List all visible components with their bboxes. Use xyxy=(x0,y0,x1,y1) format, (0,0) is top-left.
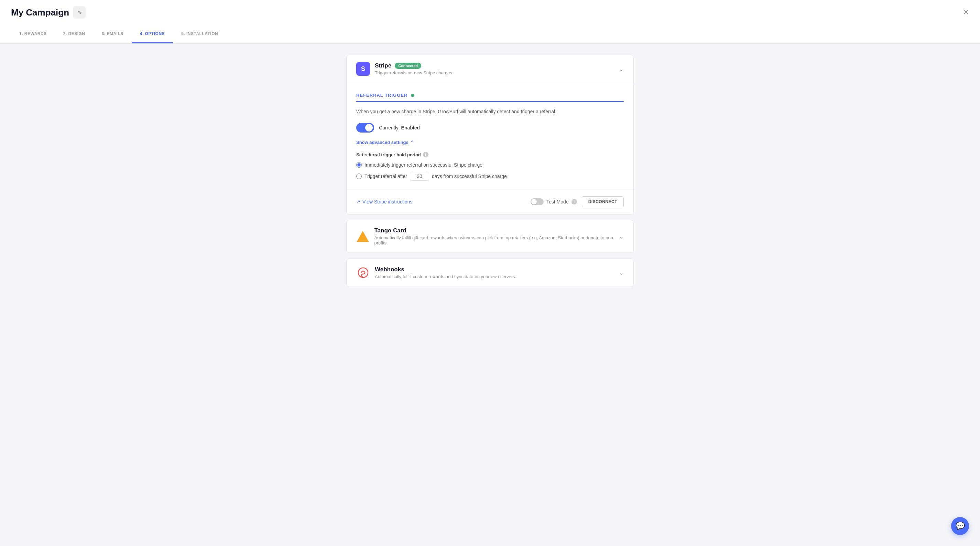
stripe-card-header: S Stripe Connected Trigger referrals on … xyxy=(347,55,633,83)
referral-description: When you get a new charge in Stripe, Gro… xyxy=(356,108,624,115)
tab-installation[interactable]: 5. INSTALLATION xyxy=(173,25,226,43)
toggle-slider xyxy=(356,123,374,133)
referral-trigger-section: REFERRAL TRIGGER When you get a new char… xyxy=(347,83,633,181)
trigger-after-option[interactable]: Trigger referral after days from success… xyxy=(356,172,624,181)
edit-title-button[interactable]: ✎ xyxy=(73,6,86,19)
tango-title: Tango Card xyxy=(374,227,619,234)
tab-design[interactable]: 2. DESIGN xyxy=(55,25,94,43)
chevron-up-icon: ⌄ xyxy=(619,65,624,72)
test-mode-toggle[interactable] xyxy=(531,198,544,205)
external-link-icon: ↗ xyxy=(356,199,360,204)
main-content: S Stripe Connected Trigger referrals on … xyxy=(335,44,645,303)
chevron-down-icon-2: ⌄ xyxy=(619,269,624,276)
tango-card-header-left: Tango Card Automatically fulfill gift ca… xyxy=(356,227,619,246)
tab-emails[interactable]: 3. EMAILS xyxy=(94,25,132,43)
immediately-radio[interactable] xyxy=(356,162,362,168)
header-left: My Campaign ✎ xyxy=(11,6,86,19)
footer-right: Test Mode i DISCONNECT xyxy=(531,196,624,207)
days-input[interactable] xyxy=(410,172,429,181)
chevron-down-icon: ⌄ xyxy=(619,233,624,240)
view-stripe-instructions-button[interactable]: ↗ View Stripe instructions xyxy=(356,199,412,204)
stripe-card-footer: ↗ View Stripe instructions Test Mode i D… xyxy=(347,189,633,214)
immediately-trigger-option[interactable]: Immediately trigger referral on successf… xyxy=(356,162,624,168)
stripe-title: Stripe xyxy=(375,62,391,69)
tango-triangle-icon xyxy=(356,231,369,242)
tabs-nav: 1. REWARDS 2. DESIGN 3. EMAILS 4. OPTION… xyxy=(0,25,980,44)
hold-period-label: Set referral trigger hold period i xyxy=(356,152,624,157)
hold-period-section: Set referral trigger hold period i Immed… xyxy=(356,152,624,181)
info-icon[interactable]: i xyxy=(423,152,428,157)
advanced-settings-toggle[interactable]: Show advanced settings ⌃ xyxy=(356,140,414,145)
disconnect-button[interactable]: DISCONNECT xyxy=(582,196,624,207)
header: My Campaign ✎ ✕ xyxy=(0,0,980,25)
toggle-status-label: Currently: Enabled xyxy=(379,125,420,131)
stripe-card: S Stripe Connected Trigger referrals on … xyxy=(346,55,634,214)
webhooks-title: Webhooks xyxy=(375,266,516,273)
tango-card: Tango Card Automatically fulfill gift ca… xyxy=(346,220,634,253)
webhooks-title-block: Webhooks Automatically fulfill custom re… xyxy=(375,266,516,279)
close-button[interactable]: ✕ xyxy=(963,8,969,17)
stripe-card-header-left: S Stripe Connected Trigger referrals on … xyxy=(356,62,453,76)
tango-expand-button[interactable]: ⌄ xyxy=(619,233,624,240)
toggle-row: Currently: Enabled xyxy=(356,123,624,133)
page-title: My Campaign xyxy=(11,7,69,18)
webhooks-card: Webhooks Automatically fulfill custom re… xyxy=(346,259,634,287)
tab-rewards[interactable]: 1. REWARDS xyxy=(11,25,55,43)
stripe-title-row: Stripe Connected xyxy=(375,62,453,69)
edit-icon: ✎ xyxy=(78,10,81,15)
tango-title-block: Tango Card Automatically fulfill gift ca… xyxy=(374,227,619,246)
referral-trigger-header: REFERRAL TRIGGER xyxy=(356,93,624,102)
tango-card-header: Tango Card Automatically fulfill gift ca… xyxy=(347,220,633,253)
test-mode-info-icon[interactable]: i xyxy=(571,199,577,204)
stripe-title-block: Stripe Connected Trigger referrals on ne… xyxy=(375,62,453,75)
test-mode-row: Test Mode i xyxy=(531,198,577,205)
chevron-up-small-icon: ⌃ xyxy=(410,140,414,145)
stripe-subtitle: Trigger referrals on new Stripe charges. xyxy=(375,70,453,75)
referral-trigger-toggle[interactable] xyxy=(356,123,374,133)
connected-badge: Connected xyxy=(395,63,421,69)
webhooks-card-header-left: Webhooks Automatically fulfill custom re… xyxy=(356,266,516,279)
stripe-logo: S xyxy=(356,62,370,76)
tango-subtitle: Automatically fulfill gift card rewards … xyxy=(374,235,619,246)
referral-trigger-label: REFERRAL TRIGGER xyxy=(356,93,407,98)
webhooks-card-header: Webhooks Automatically fulfill custom re… xyxy=(347,259,633,287)
webhooks-subtitle: Automatically fulfill custom rewards and… xyxy=(375,274,516,279)
after-days-radio[interactable] xyxy=(356,174,362,179)
tango-logo xyxy=(356,230,370,243)
webhooks-svg-icon xyxy=(357,267,369,279)
tab-options[interactable]: 4. OPTIONS xyxy=(132,25,173,43)
active-dot-icon xyxy=(411,94,414,97)
webhooks-logo xyxy=(356,266,370,279)
stripe-collapse-button[interactable]: ⌄ xyxy=(619,65,624,73)
webhooks-expand-button[interactable]: ⌄ xyxy=(619,269,624,276)
